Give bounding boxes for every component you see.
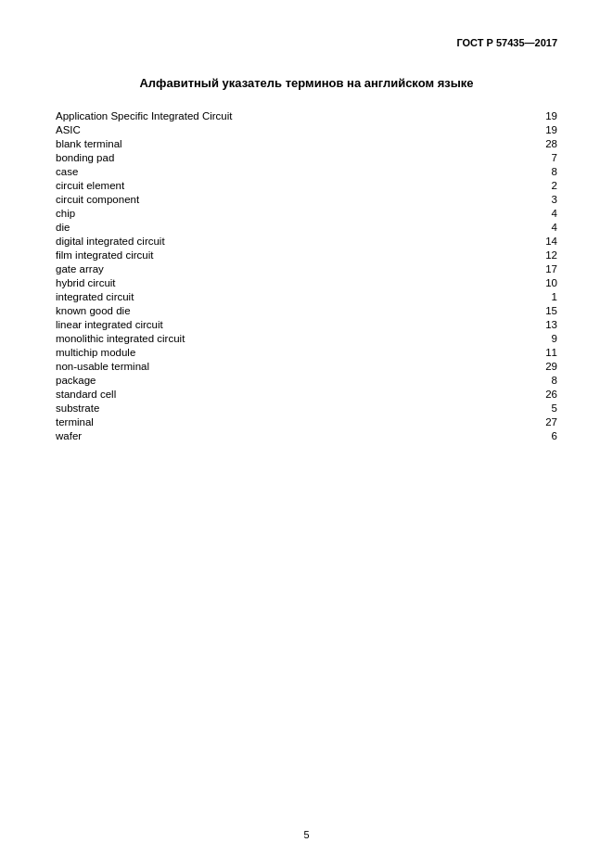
page-num-cell: 10: [492, 275, 557, 289]
term-cell: integrated circuit: [56, 289, 492, 303]
table-row: linear integrated circuit13: [56, 317, 557, 331]
page-num-cell: 6: [492, 428, 557, 442]
document-header: ГОСТ Р 57435—2017: [56, 37, 557, 48]
term-cell: gate array: [56, 262, 492, 275]
table-row: circuit element2: [56, 178, 557, 192]
table-row: wafer6: [56, 428, 557, 442]
term-cell: standard cell: [56, 387, 492, 401]
term-cell: case: [56, 164, 492, 178]
page-num-cell: 17: [492, 262, 557, 275]
page-num-cell: 12: [492, 248, 557, 262]
table-row: substrate5: [56, 401, 557, 415]
term-cell: film integrated circuit: [56, 248, 492, 262]
page-title: Алфавитный указатель терминов на английс…: [56, 76, 557, 90]
table-row: film integrated circuit12: [56, 248, 557, 262]
page-footer: 5: [0, 829, 613, 840]
page-num-cell: 28: [492, 136, 557, 150]
term-cell: ASIC: [56, 122, 492, 136]
page-num-cell: 19: [492, 122, 557, 136]
page-num-cell: 4: [492, 220, 557, 234]
page-num-cell: 11: [492, 345, 557, 359]
page-num-cell: 1: [492, 289, 557, 303]
term-cell: monolithic integrated circuit: [56, 331, 492, 345]
title-text: Алфавитный указатель терминов на английс…: [139, 76, 473, 90]
table-row: circuit component3: [56, 192, 557, 206]
table-row: integrated circuit1: [56, 289, 557, 303]
table-row: package8: [56, 373, 557, 387]
table-row: standard cell26: [56, 387, 557, 401]
table-row: Application Specific Integrated Circuit1…: [56, 108, 557, 122]
table-row: non-usable terminal29: [56, 359, 557, 373]
table-row: die4: [56, 220, 557, 234]
page-num-cell: 13: [492, 317, 557, 331]
term-cell: terminal: [56, 415, 492, 428]
page-num-cell: 14: [492, 234, 557, 248]
term-cell: known good die: [56, 303, 492, 317]
table-row: terminal27: [56, 415, 557, 428]
page-num-cell: 4: [492, 206, 557, 220]
page-num-cell: 3: [492, 192, 557, 206]
term-cell: Application Specific Integrated Circuit: [56, 108, 492, 122]
page-num-cell: 5: [492, 401, 557, 415]
term-cell: circuit component: [56, 192, 492, 206]
term-cell: linear integrated circuit: [56, 317, 492, 331]
table-row: bonding pad7: [56, 150, 557, 164]
page-num-cell: 9: [492, 331, 557, 345]
page-num-cell: 29: [492, 359, 557, 373]
page: ГОСТ Р 57435—2017 Алфавитный указатель т…: [0, 0, 613, 868]
page-num-cell: 15: [492, 303, 557, 317]
table-row: gate array17: [56, 262, 557, 275]
table-row: case8: [56, 164, 557, 178]
term-cell: package: [56, 373, 492, 387]
table-row: blank terminal28: [56, 136, 557, 150]
table-row: chip4: [56, 206, 557, 220]
page-num-cell: 8: [492, 164, 557, 178]
table-row: monolithic integrated circuit9: [56, 331, 557, 345]
document-id: ГОСТ Р 57435—2017: [456, 37, 557, 48]
term-cell: bonding pad: [56, 150, 492, 164]
term-cell: multichip module: [56, 345, 492, 359]
table-row: ASIC19: [56, 122, 557, 136]
term-cell: wafer: [56, 428, 492, 442]
page-num-cell: 2: [492, 178, 557, 192]
term-cell: blank terminal: [56, 136, 492, 150]
page-number: 5: [303, 829, 309, 840]
table-row: known good die15: [56, 303, 557, 317]
page-num-cell: 26: [492, 387, 557, 401]
term-cell: digital integrated circuit: [56, 234, 492, 248]
page-num-cell: 27: [492, 415, 557, 428]
table-row: digital integrated circuit14: [56, 234, 557, 248]
term-cell: chip: [56, 206, 492, 220]
term-cell: circuit element: [56, 178, 492, 192]
index-table: Application Specific Integrated Circuit1…: [56, 108, 557, 442]
term-cell: die: [56, 220, 492, 234]
page-num-cell: 7: [492, 150, 557, 164]
page-num-cell: 19: [492, 108, 557, 122]
table-row: hybrid circuit10: [56, 275, 557, 289]
term-cell: non-usable terminal: [56, 359, 492, 373]
table-row: multichip module11: [56, 345, 557, 359]
page-num-cell: 8: [492, 373, 557, 387]
term-cell: substrate: [56, 401, 492, 415]
term-cell: hybrid circuit: [56, 275, 492, 289]
